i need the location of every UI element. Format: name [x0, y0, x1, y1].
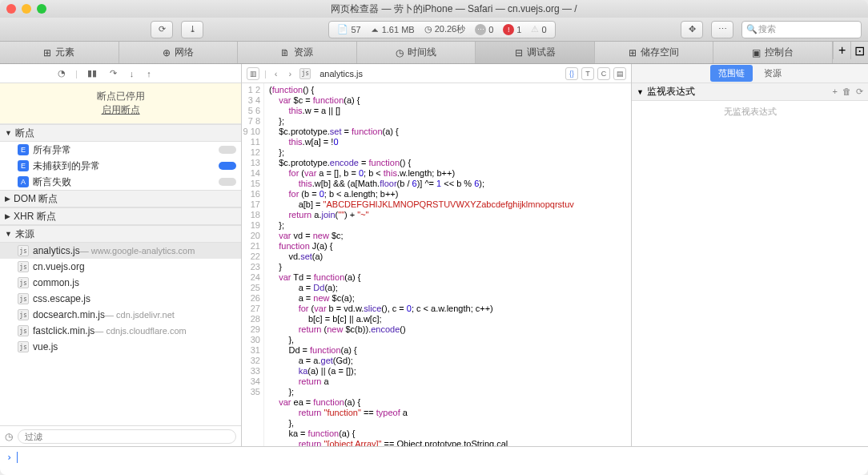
tab-elements[interactable]: ⊞元素 [0, 42, 119, 63]
inspect-button[interactable]: ✥ [681, 21, 703, 38]
source-docsearch[interactable]: jsdocsearch.min.js — cdn.jsdelivr.net [0, 307, 241, 323]
log-count[interactable]: ⋯0 [475, 24, 493, 35]
close-icon[interactable] [6, 4, 16, 14]
code-panel: ▥ | ‹ › js analytics.js {} T C ▤ 1 2 3 4… [242, 64, 632, 446]
debug-controls: ◔ | ▮▮ ↷ ↓ ↑ [0, 64, 241, 83]
nav-back-icon[interactable]: ‹ [271, 69, 281, 78]
search-input[interactable]: 🔍搜索 [741, 21, 862, 38]
step-out-icon[interactable]: ↑ [147, 69, 151, 78]
file-icon: js [299, 68, 311, 79]
left-footer: ◷ [0, 425, 241, 446]
section-breakpoints[interactable]: ▼断点 [0, 124, 241, 142]
timer-icon[interactable]: ◷ [5, 431, 13, 442]
toggle-right-icon[interactable]: ▤ [613, 67, 626, 80]
load-time: ◷ 20.26秒 [424, 23, 466, 35]
tab-options-button[interactable]: ⊡ [850, 42, 868, 59]
main-tabs: ⊞元素 ⊕网络 🗎资源 ◷时间线 ⊟调试器 ⊞储存空间 ▣控制台 + ⊡ [0, 42, 868, 64]
enable-breakpoints-link[interactable]: 启用断点 [6, 103, 235, 117]
tab-console[interactable]: ▣控制台 [713, 42, 833, 63]
step-icon[interactable]: ↷ [110, 68, 117, 78]
add-tab-button[interactable]: + [833, 42, 850, 59]
right-tabs: 范围链 资源 [632, 64, 868, 83]
notice-title: 断点已停用 [6, 90, 235, 103]
console-prompt-icon: › [6, 452, 12, 463]
toolbar: ⟳ ⤓ 📄 57 ⏶ 1.61 MB ◷ 20.26秒 ⋯0 !1 ⚠0 ✥ ⋯… [0, 18, 868, 42]
breakpoint-notice: 断点已停用 启用断点 [0, 83, 241, 124]
source-common[interactable]: jscommon.js [0, 275, 241, 291]
tab-resource[interactable]: 资源 [756, 65, 790, 82]
add-watch-icon[interactable]: + [833, 87, 838, 97]
window-title: 网页检查器 — 劳卜的iPhone — Safari — cn.vuejs.or… [46, 2, 862, 16]
type-icon[interactable]: T [581, 67, 594, 80]
source-cnvuejs[interactable]: jscn.vuejs.org [0, 259, 241, 275]
refresh-watch-icon[interactable]: ⟳ [856, 87, 863, 97]
source-fastclick[interactable]: jsfastclick.min.js — cdnjs.cloudflare.co… [0, 323, 241, 339]
bp-uncaught[interactable]: E未捕获到的异常 [0, 158, 241, 174]
section-xhr-bp[interactable]: ▶XHR 断点 [0, 207, 241, 225]
source-vue[interactable]: jsvue.js [0, 339, 241, 355]
pretty-print-icon[interactable]: {} [565, 67, 578, 80]
error-count[interactable]: !1 [503, 24, 521, 35]
settings-button[interactable]: ⋯ [711, 21, 733, 38]
titlebar: 网页检查器 — 劳卜的iPhone — Safari — cn.vuejs.or… [0, 0, 868, 18]
file-count: 📄 57 [337, 24, 360, 34]
line-gutter[interactable]: 1 2 3 4 5 6 7 8 9 10 11 12 13 14 15 16 1… [242, 83, 264, 446]
file-name: analytics.js [319, 69, 363, 78]
bp-assertion[interactable]: A断言失败 [0, 174, 241, 190]
transfer-size: ⏶ 1.61 MB [371, 25, 415, 34]
coverage-icon[interactable]: C [597, 67, 610, 80]
tab-storage[interactable]: ⊞储存空间 [595, 42, 714, 63]
console-drawer[interactable]: › [0, 446, 868, 475]
section-sources[interactable]: ▼来源 [0, 225, 241, 243]
step-over-icon[interactable]: ◔ [58, 68, 66, 78]
tab-debugger[interactable]: ⊟调试器 [476, 42, 595, 63]
tab-resources[interactable]: 🗎资源 [238, 42, 357, 63]
warning-count[interactable]: ⚠0 [531, 24, 546, 34]
window-controls[interactable] [6, 4, 46, 14]
left-sidebar: ◔ | ▮▮ ↷ ↓ ↑ 断点已停用 启用断点 ▼断点 E所有异常 E未捕获到的… [0, 64, 242, 446]
right-sidebar: 范围链 资源 ▼监视表达式 + 🗑 ⟳ 无监视表达式 [632, 64, 868, 446]
tab-scope-chain[interactable]: 范围链 [710, 65, 753, 82]
source-analytics[interactable]: jsanalytics.js — www.google-analytics.co… [0, 243, 241, 259]
main-area: ◔ | ▮▮ ↷ ↓ ↑ 断点已停用 启用断点 ▼断点 E所有异常 E未捕获到的… [0, 64, 868, 446]
code-content[interactable]: (function() { var $c = function(a) { thi… [264, 83, 631, 446]
clear-watch-icon[interactable]: 🗑 [842, 87, 851, 97]
source-cssescape[interactable]: jscss.escape.js [0, 291, 241, 307]
console-cursor [17, 452, 18, 463]
section-dom-bp[interactable]: ▶DOM 断点 [0, 190, 241, 207]
watch-header[interactable]: ▼监视表达式 + 🗑 ⟳ [632, 83, 868, 101]
step-in-icon[interactable]: ↓ [130, 69, 135, 78]
stats-group: 📄 57 ⏶ 1.61 MB ◷ 20.26秒 ⋯0 !1 ⚠0 [328, 21, 555, 38]
zoom-icon[interactable] [37, 4, 46, 14]
code-area[interactable]: 1 2 3 4 5 6 7 8 9 10 11 12 13 14 15 16 1… [242, 83, 631, 446]
watch-empty: 无监视表达式 [632, 101, 868, 123]
filter-input[interactable] [18, 429, 236, 444]
reload-button[interactable]: ⟳ [151, 21, 173, 38]
toggle-sidebar-icon[interactable]: ▥ [247, 67, 259, 80]
tab-timeline[interactable]: ◷时间线 [357, 42, 476, 63]
breadcrumb: ▥ | ‹ › js analytics.js {} T C ▤ [242, 64, 631, 83]
tab-network[interactable]: ⊕网络 [119, 42, 239, 63]
download-button[interactable]: ⤓ [181, 21, 203, 38]
minimize-icon[interactable] [22, 4, 31, 14]
bp-all-exceptions[interactable]: E所有异常 [0, 142, 241, 158]
nav-fwd-icon[interactable]: › [286, 69, 295, 78]
pause-button[interactable]: ▮▮ [87, 68, 97, 78]
